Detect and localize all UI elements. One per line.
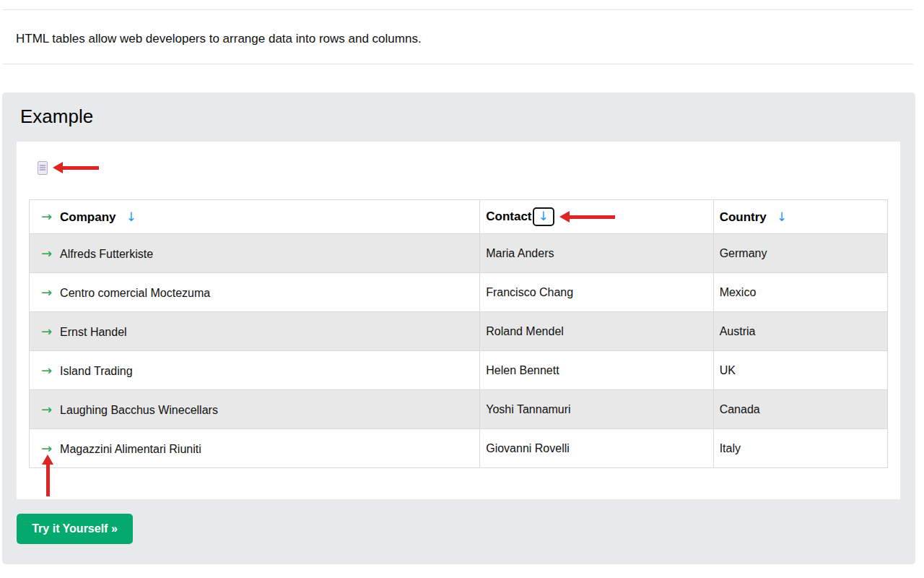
country-cell: Canada bbox=[713, 390, 887, 429]
row-marker-arrow-icon: → bbox=[41, 363, 52, 378]
example-result-panel: →Company↓ Contact↓ bbox=[17, 142, 900, 499]
contact-cell: Francisco Chang bbox=[480, 273, 713, 312]
header-label: Company bbox=[60, 210, 116, 224]
header-label: Country bbox=[720, 210, 767, 224]
arrow-shaft bbox=[46, 465, 50, 496]
row-marker-arrow-icon: → bbox=[41, 285, 52, 300]
table-row: →Magazzini Alimentari Riuniti Giovanni R… bbox=[30, 429, 888, 468]
company-cell: →Ernst Handel bbox=[30, 312, 480, 351]
annotation-focus-box: ↓ bbox=[533, 207, 554, 226]
country-cell: Germany bbox=[713, 234, 887, 273]
country-cell: Mexico bbox=[713, 273, 887, 312]
page: HTML tables allow web developers to arra… bbox=[0, 0, 924, 578]
table-row: →Ernst Handel Roland Mendel Austria bbox=[30, 312, 888, 351]
row-marker-arrow-icon: → bbox=[41, 402, 52, 417]
sort-down-icon[interactable]: ↓ bbox=[777, 210, 787, 224]
table-row: →Centro comercial Moctezuma Francisco Ch… bbox=[30, 273, 888, 312]
intro-paragraph: HTML tables allow web developers to arra… bbox=[16, 32, 422, 46]
sort-down-icon[interactable]: ↓ bbox=[126, 210, 136, 224]
contact-cell: Roland Mendel bbox=[480, 312, 713, 351]
example-section: Example bbox=[2, 92, 915, 564]
column-header-country[interactable]: Country↓ bbox=[713, 200, 887, 234]
company-cell: →Laughing Bacchus Winecellars bbox=[30, 390, 480, 429]
contact-cell: Helen Bennett bbox=[480, 351, 713, 390]
company-text: Magazzini Alimentari Riuniti bbox=[60, 443, 201, 455]
annotation-arrow-left-icon bbox=[559, 211, 615, 223]
arrow-head bbox=[559, 211, 570, 223]
row-marker-arrow-icon: → bbox=[41, 246, 52, 261]
company-cell: →Island Trading bbox=[30, 351, 480, 390]
company-cell: →Centro comercial Moctezuma bbox=[30, 273, 480, 312]
row-marker-arrow-icon: → bbox=[41, 209, 52, 224]
table-row: →Laughing Bacchus Winecellars Yoshi Tann… bbox=[30, 390, 888, 429]
table-row: →Island Trading Helen Bennett UK bbox=[30, 351, 888, 390]
contact-cell: Yoshi Tannamuri bbox=[480, 390, 713, 429]
company-text: Laughing Bacchus Winecellars bbox=[60, 404, 218, 416]
company-text: Island Trading bbox=[60, 365, 133, 377]
arrow-head bbox=[42, 454, 53, 465]
document-annotation bbox=[38, 160, 99, 175]
row-marker-arrow-icon: → bbox=[41, 441, 52, 456]
header-label: Contact bbox=[486, 210, 531, 224]
arrow-head bbox=[53, 162, 63, 173]
company-cell: →Alfreds Futterkiste bbox=[30, 234, 480, 273]
customers-table: →Company↓ Contact↓ bbox=[29, 199, 888, 468]
row-marker-arrow-icon: → bbox=[41, 324, 52, 339]
company-text: Ernst Handel bbox=[60, 326, 127, 338]
column-header-contact[interactable]: Contact↓ bbox=[480, 200, 713, 234]
annotation-arrow-left-icon bbox=[53, 162, 99, 173]
document-icon[interactable] bbox=[38, 161, 48, 175]
table-row: →Alfreds Futterkiste Maria Anders German… bbox=[30, 234, 888, 273]
table-header-row: →Company↓ Contact↓ bbox=[30, 200, 888, 234]
top-divider bbox=[3, 9, 913, 10]
country-cell: UK bbox=[713, 351, 887, 390]
company-text: Alfreds Futterkiste bbox=[60, 248, 153, 260]
country-cell: Italy bbox=[713, 429, 887, 468]
country-cell: Austria bbox=[713, 312, 887, 351]
company-cell: →Magazzini Alimentari Riuniti bbox=[30, 429, 480, 468]
try-it-yourself-button[interactable]: Try it Yourself » bbox=[17, 514, 133, 544]
example-heading: Example bbox=[20, 105, 93, 128]
contact-cell: Maria Anders bbox=[480, 234, 713, 273]
company-text: Centro comercial Moctezuma bbox=[60, 287, 210, 299]
arrow-shaft bbox=[570, 215, 615, 219]
arrow-shaft bbox=[63, 166, 99, 170]
sort-down-icon[interactable]: ↓ bbox=[539, 209, 549, 223]
intro-bottom-divider bbox=[3, 64, 913, 64]
contact-cell: Giovanni Rovelli bbox=[480, 429, 713, 468]
column-header-company[interactable]: →Company↓ bbox=[30, 200, 480, 234]
annotation-arrow-up-icon bbox=[42, 454, 53, 496]
